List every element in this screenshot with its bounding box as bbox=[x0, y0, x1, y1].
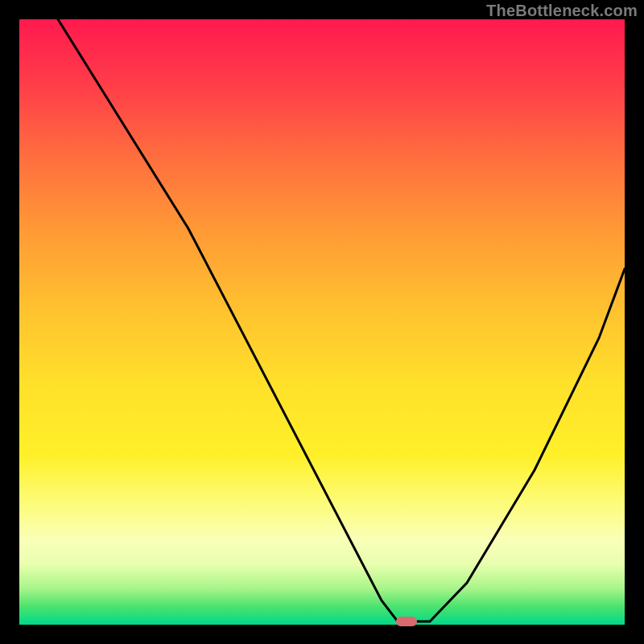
optimal-marker bbox=[396, 617, 417, 626]
chart-frame: TheBottleneck.com bbox=[0, 0, 644, 644]
plot-area bbox=[19, 19, 625, 625]
bottleneck-curve bbox=[58, 19, 625, 621]
curve-layer bbox=[19, 19, 625, 625]
watermark-text: TheBottleneck.com bbox=[486, 2, 638, 20]
